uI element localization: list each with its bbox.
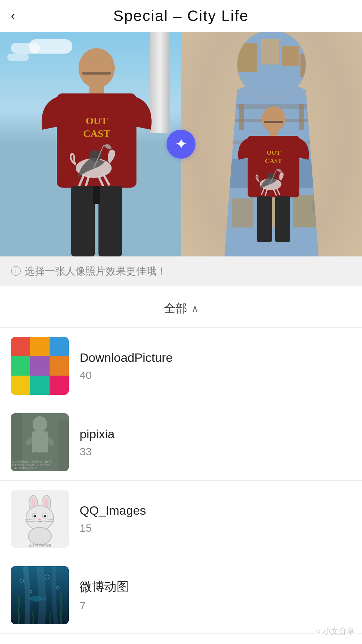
album-section: 全部 ∧ DownloadPicture (0, 286, 362, 644)
album-thumb-qq: 这个时候要装傻 (11, 490, 69, 548)
album-item-pipixia[interactable]: 在二三四线城市，有房有铺，有自己 的生意和漂亮的老婆，有个当官的 远弟，算成功人… (0, 404, 362, 480)
album-list: DownloadPicture 40 (0, 328, 362, 633)
svg-rect-15 (93, 186, 100, 204)
sparkle-icon: ✦ (175, 137, 188, 152)
svg-rect-13 (71, 186, 95, 256)
thumb-weibo-bg (11, 566, 69, 624)
svg-rect-19 (235, 43, 257, 72)
mosaic-cell (50, 337, 69, 356)
svg-point-77 (28, 527, 51, 545)
svg-rect-33 (322, 188, 351, 224)
svg-rect-58 (58, 421, 69, 471)
preview-area: OUT CAST (0, 32, 362, 256)
svg-text:的生意和漂亮的老婆，有个当官的: 的生意和漂亮的老婆，有个当官的 (12, 464, 50, 467)
svg-text:OUT: OUT (266, 149, 281, 156)
svg-rect-38 (264, 121, 283, 123)
album-name-weibo: 微博动图 (80, 578, 351, 595)
mosaic-cell (30, 356, 49, 375)
preview-right[interactable]: OUT CAST (181, 32, 362, 256)
mosaic-cell (11, 376, 30, 395)
album-thumb-download (11, 337, 69, 395)
tip-bar: ⓘ 选择一张人像照片效果更佳哦！ (0, 256, 362, 286)
album-item-weibo[interactable]: 微博动图 7 (0, 557, 362, 633)
album-thumb-weibo (11, 566, 69, 624)
page-title: Special – City Life (113, 7, 249, 25)
svg-rect-54 (32, 431, 48, 453)
thumb-mosaic-download (11, 337, 69, 395)
svg-point-84 (30, 596, 43, 602)
svg-rect-50 (257, 196, 272, 242)
svg-rect-18 (217, 50, 232, 72)
watermark: ○ 小文分享 (316, 626, 355, 637)
mosaic-cell (30, 376, 49, 395)
svg-point-35 (320, 197, 346, 215)
svg-text:远弟，算成功人士吗？: 远弟，算成功人士吗？ (12, 467, 37, 470)
svg-point-0 (79, 48, 115, 88)
svg-rect-27 (299, 104, 304, 130)
album-count-download: 40 (80, 369, 351, 381)
album-info-download: DownloadPicture 40 (80, 351, 351, 381)
album-filter[interactable]: 全部 ∧ (0, 297, 362, 327)
svg-rect-22 (300, 54, 320, 77)
svg-point-53 (33, 416, 47, 432)
svg-point-71 (44, 515, 46, 518)
svg-rect-30 (232, 198, 253, 227)
svg-rect-14 (98, 186, 122, 256)
svg-point-34 (313, 191, 353, 220)
man-figure-left: OUT CAST (35, 46, 158, 256)
svg-rect-26 (239, 104, 244, 130)
album-info-qq: QQ_Images 15 (80, 503, 351, 534)
album-count-qq: 15 (80, 522, 351, 534)
preview-left[interactable]: OUT CAST (0, 32, 181, 256)
svg-rect-1 (82, 72, 111, 75)
album-name-qq: QQ_Images (80, 503, 351, 518)
mosaic-cell (50, 376, 69, 395)
right-scene: OUT CAST (181, 32, 362, 256)
album-info-pipixia: pipixia 33 (80, 427, 351, 458)
svg-text:OUT: OUT (86, 115, 108, 126)
album-count-pipixia: 33 (80, 446, 351, 458)
svg-rect-21 (282, 46, 299, 66)
svg-point-70 (34, 515, 36, 518)
filter-arrow-icon: ∧ (191, 303, 198, 314)
svg-rect-51 (275, 196, 290, 242)
svg-line-74 (25, 521, 36, 522)
svg-text:CAST: CAST (83, 128, 110, 139)
album-thumb-pipixia: 在二三四线城市，有房有铺，有自己 的生意和漂亮的老婆，有个当官的 远弟，算成功人… (11, 413, 69, 471)
sparkle-button[interactable]: ✦ (167, 130, 195, 159)
filter-label: 全部 (164, 301, 187, 317)
album-count-weibo: 7 (80, 599, 351, 612)
tip-icon: ⓘ (11, 264, 21, 278)
tip-text: 选择一张人像照片效果更佳哦！ (25, 264, 167, 278)
thumb-pipixia-bg: 在二三四线城市，有房有铺，有自己 的生意和漂亮的老婆，有个当官的 远弟，算成功人… (11, 413, 69, 471)
mosaic-cell (11, 356, 30, 375)
album-item-download[interactable]: DownloadPicture 40 (0, 328, 362, 404)
svg-text:CAST: CAST (265, 157, 282, 164)
thumb-qq-bg: 这个时候要装傻 (11, 490, 69, 548)
mosaic-cell (11, 337, 30, 356)
svg-rect-20 (261, 39, 279, 64)
left-scene: OUT CAST (0, 32, 181, 256)
divider-4 (0, 633, 362, 633)
mosaic-cell (50, 356, 69, 375)
header: ‹ Special – City Life (0, 0, 362, 32)
svg-rect-29 (199, 191, 228, 227)
svg-text:在二三四线城市，有房有铺，有自己: 在二三四线城市，有房有铺，有自己 (12, 460, 52, 463)
album-item-qq[interactable]: 这个时候要装傻 QQ_Images 15 (0, 481, 362, 557)
cloud-3 (7, 54, 29, 61)
svg-point-37 (262, 106, 285, 132)
svg-line-76 (43, 521, 54, 522)
mosaic-cell (30, 337, 49, 356)
back-button[interactable]: ‹ (11, 8, 15, 24)
album-name-download: DownloadPicture (80, 351, 351, 365)
svg-point-67 (26, 506, 54, 530)
album-name-pipixia: pipixia (80, 427, 351, 441)
svg-text:这个时候要装傻: 这个时候要装傻 (29, 543, 51, 547)
album-info-weibo: 微博动图 7 (80, 578, 351, 612)
svg-point-72 (38, 519, 41, 520)
